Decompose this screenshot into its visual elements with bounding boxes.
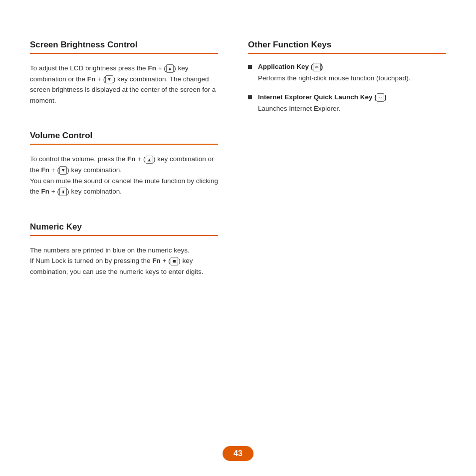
section-body-volume-control: To control the volume, press the Fn + (▲…	[30, 154, 218, 197]
section-body-screen-brightness: To adjust the LCD brightness press the F…	[30, 63, 218, 106]
bullet-item-ie-launch-key: Internet Explorer Quick Launch Key (▭) L…	[248, 93, 446, 114]
section-other-function-keys: Other Function Keys Application Key (▭) …	[248, 40, 446, 114]
key-volume-down-icon: ▼	[59, 166, 67, 175]
bullet-content-ie-launch-key: Internet Explorer Quick Launch Key (▭) L…	[258, 93, 387, 114]
key-application-icon: ▭	[313, 63, 320, 71]
bullet-icon-ie-launch-key	[248, 95, 252, 99]
section-volume-control: Volume Control To control the volume, pr…	[30, 131, 218, 197]
page-number-container: 43	[223, 446, 253, 461]
section-body-numeric-key: The numbers are printed in blue on the n…	[30, 245, 218, 277]
key-brightness-down-icon: ▼	[105, 75, 113, 84]
item-title-ie-launch-key: Internet Explorer Quick Launch Key (▭)	[258, 93, 387, 102]
bullet-icon-application-key	[248, 65, 252, 69]
page-number: 43	[223, 446, 253, 461]
section-title-other-function-keys: Other Function Keys	[248, 40, 446, 54]
left-column: Screen Brightness Control To adjust the …	[30, 40, 238, 302]
key-volume-up-icon: ▲	[146, 156, 153, 164]
item-desc-ie-launch-key: Launches Internet Explorer.	[258, 104, 387, 114]
item-title-application-key: Application Key (▭)	[258, 63, 410, 71]
item-desc-application-key: Performs the right-click mouse function …	[258, 73, 410, 83]
section-numeric-key: Numeric Key The numbers are printed in b…	[30, 222, 218, 277]
key-brightness-up-icon: ▲	[166, 64, 174, 73]
key-ie-launch-icon: ▭	[377, 93, 384, 102]
key-mute-icon: ▮	[59, 188, 67, 196]
bullet-content-application-key: Application Key (▭) Performs the right-c…	[258, 63, 410, 83]
bullet-item-application-key: Application Key (▭) Performs the right-c…	[248, 63, 446, 83]
section-screen-brightness: Screen Brightness Control To adjust the …	[30, 40, 218, 106]
section-title-numeric-key: Numeric Key	[30, 222, 218, 236]
section-title-volume-control: Volume Control	[30, 131, 218, 145]
right-column: Other Function Keys Application Key (▭) …	[238, 40, 446, 302]
section-title-screen-brightness: Screen Brightness Control	[30, 40, 218, 54]
key-numlock-icon: ■	[171, 257, 178, 265]
